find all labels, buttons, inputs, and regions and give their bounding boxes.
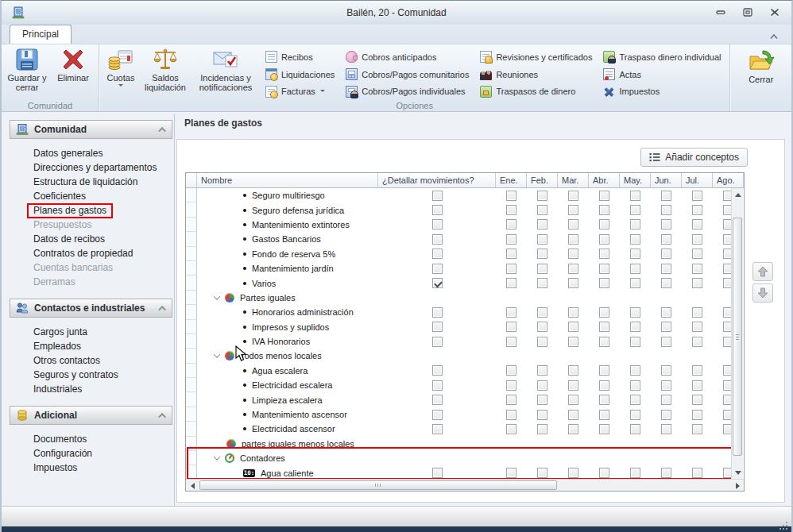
- ribbon-button-small[interactable]: Revisiones y certificados: [475, 48, 598, 66]
- scroll-down-arrow[interactable]: [732, 466, 744, 479]
- chevron-down-icon[interactable]: [214, 352, 220, 358]
- detallar-checkbox[interactable]: [432, 249, 443, 259]
- row-selector[interactable]: [186, 378, 197, 392]
- month-checkbox[interactable]: [692, 322, 702, 332]
- month-checkbox[interactable]: [692, 191, 702, 201]
- month-checkbox[interactable]: [537, 307, 547, 318]
- move-down-button[interactable]: [752, 283, 773, 303]
- scroll-up-arrow[interactable]: [732, 188, 744, 201]
- vertical-scrollbar[interactable]: [731, 188, 743, 479]
- sidebar-item[interactable]: Industriales: [8, 382, 174, 396]
- ribbon-button-small[interactable]: Impuestos: [598, 83, 727, 100]
- month-checkbox[interactable]: [568, 395, 578, 405]
- month-checkbox[interactable]: [630, 234, 640, 245]
- month-checkbox[interactable]: [661, 410, 671, 420]
- month-checkbox[interactable]: [599, 395, 609, 405]
- column-header[interactable]: Mar.: [558, 173, 589, 187]
- row-selector[interactable]: [186, 451, 197, 465]
- sidebar-item[interactable]: Direcciones y departamentos: [8, 160, 174, 175]
- month-checkbox[interactable]: [630, 337, 640, 347]
- table-row[interactable]: Impresos y suplidos: [186, 320, 744, 334]
- month-checkbox[interactable]: [692, 365, 702, 376]
- month-checkbox[interactable]: [537, 249, 547, 259]
- month-checkbox[interactable]: [537, 205, 547, 215]
- sidebar-section-contactos[interactable]: Contactos e industriales: [10, 299, 172, 318]
- month-checkbox[interactable]: [692, 410, 702, 420]
- month-checkbox[interactable]: [537, 395, 547, 405]
- month-checkbox[interactable]: [506, 278, 516, 288]
- month-checkbox[interactable]: [568, 380, 578, 391]
- month-checkbox[interactable]: [537, 424, 547, 434]
- month-checkbox[interactable]: [506, 337, 516, 347]
- resize-grip[interactable]: [786, 522, 787, 523]
- month-checkbox[interactable]: [506, 365, 516, 376]
- month-checkbox[interactable]: [506, 249, 516, 259]
- month-checkbox[interactable]: [537, 380, 547, 391]
- detallar-checkbox[interactable]: [432, 191, 443, 201]
- detallar-checkbox[interactable]: [432, 365, 443, 376]
- month-checkbox[interactable]: [630, 264, 640, 274]
- month-checkbox[interactable]: [506, 380, 516, 391]
- column-header[interactable]: Abr.: [589, 173, 620, 187]
- sidebar-item[interactable]: Seguros y contratos: [8, 368, 174, 382]
- month-checkbox[interactable]: [661, 322, 671, 332]
- chevron-up-icon[interactable]: [158, 412, 166, 420]
- month-checkbox[interactable]: [568, 278, 578, 288]
- month-checkbox[interactable]: [692, 205, 702, 215]
- month-checkbox[interactable]: [630, 219, 640, 229]
- month-checkbox[interactable]: [599, 307, 609, 318]
- month-checkbox[interactable]: [661, 468, 671, 478]
- detallar-checkbox[interactable]: [432, 410, 443, 420]
- row-selector[interactable]: [186, 218, 197, 232]
- detallar-checkbox[interactable]: [432, 322, 443, 332]
- row-selector[interactable]: [186, 334, 197, 349]
- table-row[interactable]: Electricidad escalera: [186, 378, 744, 392]
- month-checkbox[interactable]: [506, 264, 516, 274]
- row-selector[interactable]: [186, 202, 197, 217]
- month-checkbox[interactable]: [692, 264, 702, 274]
- month-checkbox[interactable]: [599, 234, 609, 245]
- horizontal-scroll-thumb[interactable]: [199, 480, 557, 490]
- month-checkbox[interactable]: [568, 249, 578, 259]
- month-checkbox[interactable]: [661, 219, 671, 229]
- sidebar-item[interactable]: Impuestos: [8, 461, 174, 475]
- detallar-checkbox[interactable]: [432, 337, 443, 347]
- month-checkbox[interactable]: [568, 365, 578, 376]
- ribbon-button-small[interactable]: Cobros/Pagos individuales: [341, 83, 475, 100]
- month-checkbox[interactable]: [661, 395, 671, 405]
- row-selector[interactable]: [186, 349, 197, 363]
- ribbon-button-small[interactable]: Actas: [598, 66, 727, 83]
- month-checkbox[interactable]: [568, 410, 578, 420]
- ribbon-button-small[interactable]: Cobros anticipados: [341, 48, 475, 66]
- table-row[interactable]: Mantenimiento jardín: [186, 261, 744, 276]
- move-up-button[interactable]: [752, 262, 773, 281]
- month-checkbox[interactable]: [568, 424, 578, 434]
- column-header[interactable]: May.: [620, 173, 651, 187]
- sidebar-item[interactable]: Empleados: [8, 339, 174, 353]
- month-checkbox[interactable]: [692, 249, 702, 259]
- table-row[interactable]: IVA Honorarios: [186, 334, 744, 349]
- month-checkbox[interactable]: [599, 380, 609, 391]
- month-checkbox[interactable]: [599, 191, 609, 201]
- month-checkbox[interactable]: [537, 410, 547, 420]
- table-row[interactable]: Partes iguales: [186, 291, 744, 305]
- month-checkbox[interactable]: [630, 395, 640, 405]
- sidebar-item[interactable]: Configuración: [8, 446, 174, 461]
- detallar-checkbox[interactable]: [432, 205, 443, 215]
- detallar-checkbox[interactable]: [432, 424, 443, 434]
- month-checkbox[interactable]: [692, 395, 702, 405]
- row-selector[interactable]: [186, 261, 197, 276]
- month-checkbox[interactable]: [506, 468, 516, 478]
- table-row[interactable]: Mantenimiento extintores: [186, 218, 744, 232]
- row-selector[interactable]: [186, 364, 197, 378]
- month-checkbox[interactable]: [599, 337, 609, 347]
- month-checkbox[interactable]: [599, 278, 609, 288]
- month-checkbox[interactable]: [661, 234, 671, 245]
- month-checkbox[interactable]: [568, 264, 578, 274]
- incidencias-button[interactable]: Incidencias y notificaciones: [191, 46, 261, 100]
- row-selector[interactable]: [186, 291, 197, 305]
- month-checkbox[interactable]: [506, 307, 516, 318]
- table-row[interactable]: Seguro defensa jurídica: [186, 202, 744, 217]
- sidebar-item[interactable]: Cuentas bancarias: [8, 260, 174, 275]
- table-row[interactable]: Electricidad ascensor: [186, 422, 744, 436]
